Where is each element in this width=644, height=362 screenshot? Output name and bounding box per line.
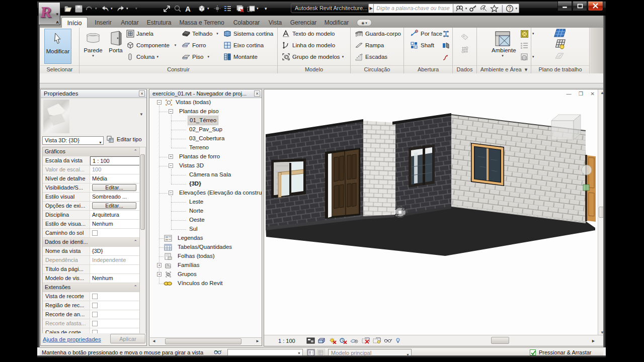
- svg-text:?: ?: [509, 6, 512, 11]
